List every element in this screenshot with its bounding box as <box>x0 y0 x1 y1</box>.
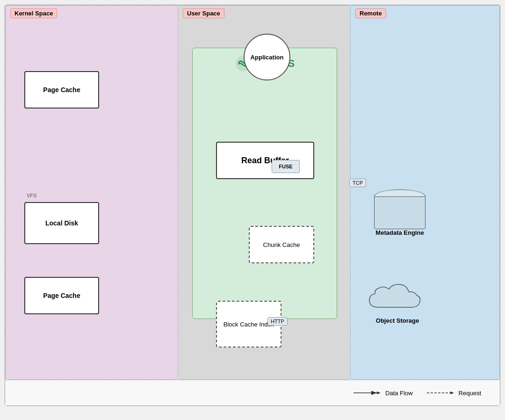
fuse-box: FUSE <box>272 160 300 173</box>
metadata-engine-cylinder <box>374 189 426 227</box>
juicefs-box: JuiceFS Read Buffer Chunk Cache Block Ca… <box>192 48 337 319</box>
metadata-engine-text: Metadata Engine <box>375 229 424 236</box>
object-storage-text: Object Storage <box>376 317 419 324</box>
request-label: Request <box>459 390 481 397</box>
chunk-cache-label: Chunk Cache <box>263 241 300 248</box>
application-label: Application <box>251 54 284 61</box>
block-cache-index-label: Block Cache Index <box>224 321 274 328</box>
page-cache-top-label: Page Cache <box>43 86 80 94</box>
user-space-label: User Space <box>183 8 224 18</box>
diagram-container: Read Miss Miss Read Write <box>5 5 500 406</box>
user-space-zone: User Space Application JuiceFS <box>178 5 351 380</box>
main-area: Read Miss Miss Read Write <box>5 5 500 380</box>
metadata-engine-container: TCP Metadata Engine <box>374 179 426 236</box>
tcp-label: TCP <box>349 179 366 187</box>
page-cache-bottom-label: Page Cache <box>43 292 80 299</box>
remote-label: Remote <box>355 8 386 18</box>
kernel-space-label: Kernel Space <box>10 8 57 18</box>
page-cache-top-box: Page Cache <box>24 71 99 109</box>
data-flow-arrow-icon <box>354 389 382 397</box>
metadata-engine-label: Metadata Engine <box>375 229 424 236</box>
data-flow-label: Data Flow <box>385 390 413 397</box>
cylinder-body <box>374 196 426 229</box>
svg-marker-26 <box>377 391 381 394</box>
data-flow-legend: Data Flow <box>354 389 413 397</box>
vfs-label: VFS <box>27 193 36 198</box>
local-disk-box: Local Disk <box>24 202 99 244</box>
kernel-space-zone: Kernel Space Page Cache VFS Local Disk P… <box>5 5 178 380</box>
svg-marker-28 <box>450 391 454 394</box>
chunk-cache-box: Chunk Cache <box>249 226 314 263</box>
legend: Data Flow Request <box>5 380 500 406</box>
fuse-label: FUSE <box>279 164 292 169</box>
object-storage-container: Object Storage <box>365 277 430 324</box>
local-disk-label: Local Disk <box>45 219 78 227</box>
page-cache-bottom-box: Page Cache <box>24 277 99 314</box>
application-circle: Application <box>244 34 290 80</box>
http-label: HTTP <box>267 317 288 326</box>
object-storage-cloud <box>365 277 430 314</box>
request-arrow-icon <box>427 389 455 397</box>
remote-zone: Remote TCP Metadata Engine Obj <box>350 5 500 380</box>
request-legend: Request <box>427 389 481 397</box>
object-storage-label: Object Storage <box>365 317 430 324</box>
